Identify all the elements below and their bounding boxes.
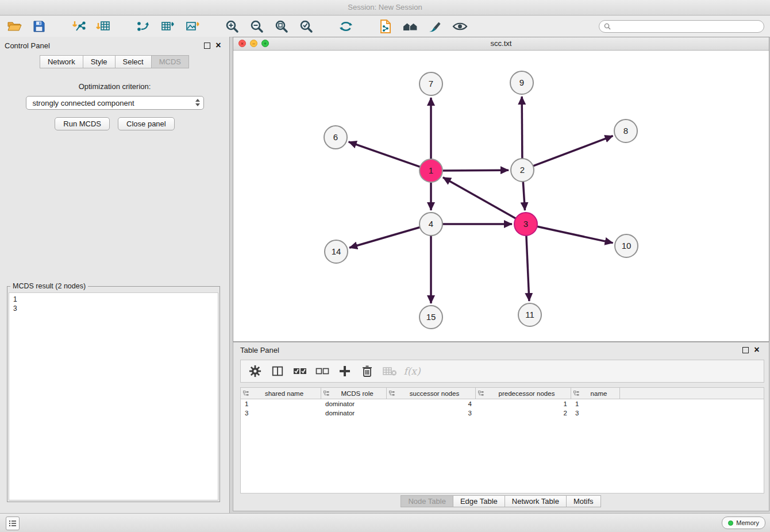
graph-edge-3-11[interactable] [526,234,529,301]
column-header-name[interactable]: name [571,388,620,399]
table-panel: Table Panel × f(x) shared nameMCDS roles [233,342,769,511]
graph-edge-2-3[interactable] [523,180,525,210]
export-image-icon[interactable] [184,18,201,35]
tab-network-table[interactable]: Network Table [505,495,567,507]
mcds-result-list[interactable]: 13 [9,292,218,500]
table-cell: dominator [321,408,387,418]
tab-motifs[interactable]: Motifs [566,495,601,507]
criterion-value: strongly connected component [33,99,134,107]
apply-style-icon[interactable] [426,18,444,35]
column-header-successor-nodes[interactable]: successor nodes [387,388,476,399]
graph-node-label-14: 14 [332,246,341,256]
graph-node-label-6: 6 [333,132,338,142]
tab-mcds[interactable]: MCDS [151,55,189,68]
table-cell: 2 [476,408,571,418]
window-zoom-icon[interactable]: + [261,40,269,47]
tab-style[interactable]: Style [83,55,116,68]
zoom-in-icon[interactable] [224,18,241,35]
sort-icon [324,391,329,396]
show-hide-graphics-icon[interactable] [451,18,468,35]
memory-button[interactable]: Memory [722,516,765,529]
mcds-result-line: 3 [13,304,214,313]
network-graph[interactable]: 1234678910111415 [233,50,769,341]
window-close-icon[interactable]: × [238,40,246,47]
graph-node-label-1: 1 [429,165,433,175]
zoom-fit-icon[interactable] [273,18,290,35]
delete-row-icon[interactable] [360,364,375,379]
mcds-result-line: 1 [13,295,214,304]
window-minimize-icon[interactable]: − [250,40,257,47]
add-row-icon[interactable] [337,364,352,379]
export-table-icon[interactable] [159,18,176,35]
column-header-MCDS-role[interactable]: MCDS role [321,388,387,399]
table-panel-title: Table Panel [240,346,279,354]
graph-edge-4-14[interactable] [349,227,421,248]
table-body: 1dominator4113dominator323 [241,399,764,418]
column-header-predecessor-nodes[interactable]: predecessor nodes [476,388,571,399]
import-table-from-file-icon[interactable] [95,18,112,35]
graph-node-label-10: 10 [622,241,632,250]
float-panel-icon[interactable] [203,41,211,49]
sort-icon [478,391,484,396]
graph-edge-3-10[interactable] [536,226,613,243]
network-from-selection-icon[interactable] [134,18,152,35]
control-panel-header: Control Panel × [0,37,229,53]
window-titlebar: Session: New Session [0,0,770,16]
fx-label: f(x) [403,365,420,377]
table-cell: 1 [241,399,321,408]
sort-icon [243,391,249,396]
table-cell: dominator [321,399,387,408]
refresh-view-icon[interactable] [337,18,355,35]
table-row[interactable]: 1dominator411 [241,399,764,408]
save-session-icon[interactable] [30,18,48,35]
tab-edge-table[interactable]: Edge Table [453,495,505,507]
table-header-row: shared nameMCDS rolesuccessor nodesprede… [241,388,764,399]
table-cell: 3 [387,408,476,418]
graph-edge-3-1[interactable] [443,178,517,219]
search-input[interactable] [614,22,759,31]
column-header-shared-name[interactable]: shared name [241,388,321,399]
mcds-result-group: MCDS result (2 nodes) 13 [7,282,220,502]
graph-edge-2-9[interactable] [522,97,522,160]
zoom-selected-icon[interactable] [298,18,315,35]
memory-label: Memory [736,519,759,526]
graph-edge-1-6[interactable] [349,142,421,167]
settings-gear-icon[interactable] [248,364,263,379]
dropdown-stepper-icon [195,99,200,106]
float-table-panel-icon[interactable] [741,346,749,354]
network-window-titlebar: × − + scc.txt [233,37,769,51]
graph-node-label-4: 4 [429,219,433,229]
run-mcds-button[interactable]: Run MCDS [55,117,110,130]
show-overview-icon[interactable] [402,18,419,35]
table-cell: 3 [241,408,321,418]
window-title: Session: New Session [348,3,422,11]
close-panel-icon[interactable]: × [214,41,222,49]
memory-status-icon [728,521,733,526]
import-network-document-icon[interactable] [377,18,394,35]
search-box[interactable] [599,20,764,33]
zoom-out-icon[interactable] [248,18,265,35]
close-panel-button[interactable]: Close panel [118,117,175,130]
table-toolbar: f(x) [240,360,764,383]
graph-edge-1-2[interactable] [441,170,509,171]
task-history-button[interactable] [6,516,20,530]
open-file-icon[interactable] [6,18,23,35]
graph-edge-2-8[interactable] [532,136,613,166]
graph-node-label-2: 2 [520,165,525,175]
node-table: shared nameMCDS rolesuccessor nodesprede… [240,387,764,494]
graph-node-label-9: 9 [519,78,524,87]
sort-icon [573,391,579,396]
criterion-dropdown[interactable]: strongly connected component [26,96,204,110]
deselect-all-columns-icon[interactable] [315,364,330,379]
show-columns-icon[interactable] [270,364,285,379]
graph-node-label-7: 7 [429,79,433,88]
tab-network[interactable]: Network [40,55,83,68]
table-row[interactable]: 3dominator323 [241,408,764,418]
select-all-columns-icon[interactable] [292,364,307,379]
tab-node-table[interactable]: Node Table [401,495,453,507]
import-network-from-file-icon[interactable] [70,18,87,35]
close-table-panel-icon[interactable]: × [753,346,761,354]
main-toolbar [0,16,770,37]
tab-select[interactable]: Select [115,55,152,68]
network-window-title: scc.txt [491,39,512,48]
